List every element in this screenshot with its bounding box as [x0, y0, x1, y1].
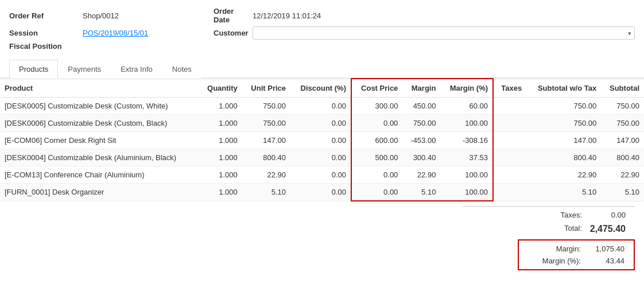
cell-product: [DESK0006] Customizable Desk (Custom, Bl… — [0, 115, 199, 132]
table-row: [E-COM06] Corner Desk Right Sit1.000147.… — [0, 132, 644, 149]
products-table-wrap: Product Quantity Unit Price Discount (%)… — [0, 78, 644, 201]
cell-subtotal-wo-tax: 5.10 — [526, 184, 601, 201]
margin-label: Margin: — [519, 243, 588, 255]
cell-unit-price: 22.90 — [242, 166, 290, 184]
col-header-quantity: Quantity — [199, 79, 242, 98]
cell-product: [DESK0005] Customizable Desk (Custom, Wh… — [0, 98, 199, 115]
cell-subtotal: 750.00 — [601, 115, 644, 132]
cell-margin: 750.00 — [402, 115, 440, 132]
cell-unit-price: 750.00 — [242, 115, 290, 132]
order-ref-value: Shop/0012 — [83, 11, 209, 20]
cell-cost-price: 300.00 — [351, 98, 402, 115]
cell-subtotal: 750.00 — [601, 98, 644, 115]
cell-taxes — [493, 115, 526, 132]
cell-unit-price: 750.00 — [242, 98, 290, 115]
col-header-subtotal-wo-tax: Subtotal w/o Tax — [526, 79, 601, 98]
total-label: Total: — [520, 222, 589, 236]
cell-margin: 450.00 — [402, 98, 440, 115]
tab-extra-info[interactable]: Extra Info — [111, 60, 162, 78]
cell-cost-price: 600.00 — [351, 132, 402, 149]
margin-row: Margin: 1,075.40 — [519, 243, 634, 255]
session-label: Session — [9, 29, 78, 37]
total-row: Total: 2,475.40 — [520, 222, 635, 236]
cell-quantity: 1.000 — [199, 132, 242, 149]
col-header-cost-price: Cost Price — [351, 79, 402, 98]
fiscal-position-label: Fiscal Position — [9, 42, 78, 51]
cell-quantity: 1.000 — [199, 115, 242, 132]
cell-subtotal: 800.40 — [601, 149, 644, 166]
col-header-product: Product — [0, 79, 199, 98]
cell-taxes — [493, 184, 526, 201]
total-value: 2,475.40 — [589, 222, 635, 236]
cell-taxes — [493, 166, 526, 184]
col-header-margin: Margin — [402, 79, 440, 98]
products-table: Product Quantity Unit Price Discount (%)… — [0, 78, 644, 201]
margin-pct-row: Margin (%): 43.44 — [519, 255, 634, 267]
cell-margin: -453.00 — [402, 132, 440, 149]
customer-select-wrap[interactable] — [253, 26, 635, 40]
col-header-unit-price: Unit Price — [242, 79, 290, 98]
cell-cost-price: 0.00 — [351, 184, 402, 201]
taxes-value: 0.00 — [589, 209, 635, 221]
cell-subtotal-wo-tax: 22.90 — [526, 166, 601, 184]
cell-quantity: 1.000 — [199, 184, 242, 201]
cell-product: [E-COM13] Conference Chair (Aluminium) — [0, 166, 199, 184]
cell-margin-pct: 37.53 — [440, 149, 493, 166]
col-header-subtotal: Subtotal — [601, 79, 644, 98]
cell-margin: 5.10 — [402, 184, 440, 201]
order-date-value: 12/12/2019 11:01:24 — [253, 11, 635, 20]
col-header-discount: Discount (%) — [290, 79, 351, 98]
cell-discount: 0.00 — [290, 98, 351, 115]
cell-subtotal-wo-tax: 750.00 — [526, 115, 601, 132]
cell-quantity: 1.000 — [199, 149, 242, 166]
cell-subtotal-wo-tax: 147.00 — [526, 132, 601, 149]
cell-subtotal-wo-tax: 800.40 — [526, 149, 601, 166]
cell-cost-price: 500.00 — [351, 149, 402, 166]
cell-subtotal: 5.10 — [601, 184, 644, 201]
cell-margin-pct: -308.16 — [440, 132, 493, 149]
margin-pct-label: Margin (%): — [519, 255, 588, 267]
table-row: [DESK0004] Customizable Desk (Aluminium,… — [0, 149, 644, 166]
cell-product: [FURN_0001] Desk Organizer — [0, 184, 199, 201]
cell-taxes — [493, 132, 526, 149]
cell-margin-pct: 100.00 — [440, 115, 493, 132]
table-row: [DESK0006] Customizable Desk (Custom, Bl… — [0, 115, 644, 132]
col-header-margin-pct: Margin (%) — [440, 79, 493, 98]
table-row: [E-COM13] Conference Chair (Aluminium)1.… — [0, 166, 644, 184]
table-header-row: Product Quantity Unit Price Discount (%)… — [0, 79, 644, 98]
session-value[interactable]: POS/2019/08/15/01 — [83, 29, 209, 37]
cell-margin: 300.40 — [402, 149, 440, 166]
order-ref-label: Order Ref — [9, 11, 78, 20]
cell-discount: 0.00 — [290, 115, 351, 132]
cell-subtotal: 22.90 — [601, 166, 644, 184]
customer-select[interactable] — [253, 26, 635, 40]
taxes-row: Taxes: 0.00 — [520, 209, 635, 221]
cell-unit-price: 5.10 — [242, 184, 290, 201]
margin-box: Margin: 1,075.40 Margin (%): 43.44 — [518, 239, 635, 270]
cell-discount: 0.00 — [290, 184, 351, 201]
cell-quantity: 1.000 — [199, 98, 242, 115]
cell-discount: 0.00 — [290, 166, 351, 184]
col-header-taxes: Taxes — [493, 79, 526, 98]
cell-quantity: 1.000 — [199, 166, 242, 184]
margin-value: 1,075.40 — [588, 243, 634, 255]
order-date-label: Order Date — [214, 7, 248, 24]
tab-products[interactable]: Products — [9, 60, 58, 78]
cell-product: [E-COM06] Corner Desk Right Sit — [0, 132, 199, 149]
cell-subtotal-wo-tax: 750.00 — [526, 98, 601, 115]
cell-taxes — [493, 149, 526, 166]
cell-margin: 22.90 — [402, 166, 440, 184]
cell-taxes — [493, 98, 526, 115]
cell-discount: 0.00 — [290, 132, 351, 149]
tab-payments[interactable]: Payments — [58, 60, 111, 78]
table-row: [DESK0005] Customizable Desk (Custom, Wh… — [0, 98, 644, 115]
header-section: Order Ref Shop/0012 Order Date 12/12/201… — [0, 0, 644, 55]
tabs-bar: Products Payments Extra Info Notes — [0, 60, 644, 78]
cell-product: [DESK0004] Customizable Desk (Aluminium,… — [0, 149, 199, 166]
taxes-label: Taxes: — [520, 209, 589, 221]
cell-subtotal: 147.00 — [601, 132, 644, 149]
totals-divider — [463, 206, 635, 207]
customer-label: Customer — [214, 29, 248, 37]
table-row: [FURN_0001] Desk Organizer1.0005.100.000… — [0, 184, 644, 201]
tab-notes[interactable]: Notes — [162, 60, 201, 78]
